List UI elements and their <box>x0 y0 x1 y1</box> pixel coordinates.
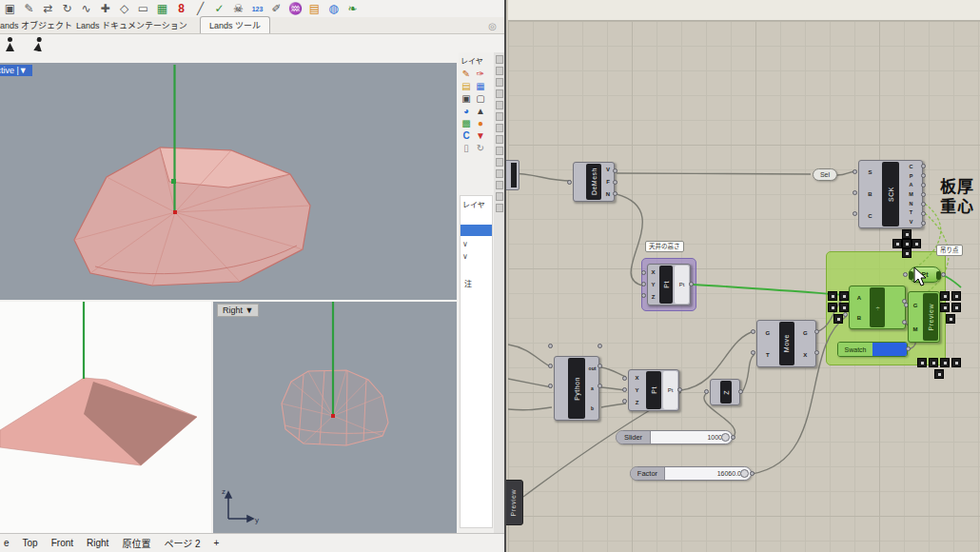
circle-blue-icon[interactable]: ◕ <box>461 106 472 116</box>
unit-input-port[interactable] <box>711 380 719 404</box>
python-node[interactable]: Python outab <box>554 356 599 421</box>
line-tool-icon[interactable]: ╱ <box>193 2 207 15</box>
slider-1-label: Slider <box>617 431 651 444</box>
slider-1-value: 1000 <box>707 434 722 441</box>
perspective-viewport-label[interactable]: Perspective |▼ <box>0 65 32 76</box>
toolbox-icon[interactable]: ▤ <box>307 2 322 15</box>
material-box-icon[interactable]: ▦ <box>155 2 169 15</box>
wave-tool-icon[interactable]: ♒ <box>288 2 303 15</box>
layer-group-chevron[interactable]: ∨ <box>461 236 492 248</box>
mountain-icon[interactable]: ▲ <box>475 106 486 116</box>
move-input-ports[interactable]: GT <box>757 321 778 366</box>
move-tool-icon[interactable]: ⇄ <box>41 2 55 15</box>
check-tool-icon[interactable]: ✓ <box>212 2 226 15</box>
division-input-ports[interactable]: AB <box>850 286 869 328</box>
demesh-node[interactable]: DeMesh VFN <box>573 162 615 202</box>
python-input-ports[interactable] <box>555 357 567 420</box>
sck-input-ports[interactable]: SBC <box>859 161 881 227</box>
ball-orange-icon[interactable]: ● <box>475 118 486 128</box>
gumball-tool-icon[interactable]: ✚ <box>98 2 112 15</box>
select-tool-icon[interactable]: ▣ <box>3 2 17 15</box>
curve-grip-point[interactable] <box>171 179 176 184</box>
cpoint-tag[interactable]: 天井の高さ <box>645 241 684 252</box>
refresh-icon[interactable]: ↻ <box>475 143 486 153</box>
pendant-mesh-shaded[interactable] <box>74 148 310 286</box>
custom-preview-node[interactable]: GM Preview <box>908 291 940 343</box>
viewport-tab-origin[interactable]: 原位置 <box>122 536 150 550</box>
paint-layer-icon[interactable]: ✑ <box>475 69 486 79</box>
slider-2-track[interactable]: 16060.0 <box>665 467 751 480</box>
division-node[interactable]: AB ÷ <box>849 286 906 329</box>
selected-layer-row[interactable] <box>461 225 492 236</box>
viewport-right[interactable]: Right ▼ z y <box>213 302 457 533</box>
control-point-icon[interactable]: ◇ <box>117 2 131 15</box>
viewport-front-shaded[interactable] <box>0 302 211 533</box>
page-icon[interactable]: ▯ <box>461 143 472 153</box>
layer-group-chevron-2[interactable]: ∨ <box>461 248 492 261</box>
python-label: Python <box>574 377 580 401</box>
sel-node[interactable]: Sel <box>813 168 837 181</box>
pt-param-tag[interactable]: 吊り点 <box>936 245 963 256</box>
move-output-ports[interactable]: GX <box>795 321 816 366</box>
grid-green-icon[interactable]: ▩ <box>461 118 472 128</box>
tab-options-icon[interactable]: ◎ <box>488 21 497 33</box>
monitor-light-icon[interactable]: ▢ <box>475 93 486 104</box>
demesh-input-ports[interactable] <box>574 163 585 201</box>
rhino-window: ▣ ✎ ⇄ ↻ ∿ ✚ ◇ ▭ ▦ 8 ╱ ✓ ☠ 123 ✐ ♒ ▤ ◍ ❧ … <box>0 0 504 552</box>
cropped-node[interactable] <box>504 160 519 190</box>
pendant-mesh-wireframe[interactable] <box>282 370 388 445</box>
cpoint2-input-ports[interactable]: XYZ <box>629 370 645 410</box>
person-walking-icon[interactable] <box>32 36 45 51</box>
cpoint2-output-port[interactable]: Pt <box>663 371 677 409</box>
construct-point-node-2[interactable]: XYZ Pt Pt <box>628 369 679 411</box>
filter-icon[interactable]: ▼ <box>475 130 486 141</box>
tab-lands-documentation[interactable]: Lands ドキュメンテーション <box>68 17 196 33</box>
add-viewport-tab-button[interactable]: + <box>214 538 220 548</box>
globe-tool-icon[interactable]: ◍ <box>326 2 341 15</box>
viewport-tab-bar: e Top Front Right 原位置 ページ 2 + <box>0 533 504 552</box>
monitor-dark-icon[interactable]: ▣ <box>461 93 472 104</box>
viewport-tab-front[interactable]: Front <box>51 538 73 548</box>
edit-layer-icon[interactable]: ✎ <box>461 69 472 79</box>
number-slider-1[interactable]: Slider 1000 <box>616 430 733 444</box>
perspective-scene <box>0 63 457 300</box>
draw-tool-icon[interactable]: ✎ <box>22 2 36 15</box>
copy-icon[interactable]: C <box>461 130 472 141</box>
move-node[interactable]: GT Move GX <box>756 320 816 367</box>
viewport-tab-right[interactable]: Right <box>87 538 108 548</box>
plant-tool-icon[interactable]: ❧ <box>345 2 360 15</box>
sck-node[interactable]: SBC SCK CPAMNTV <box>858 160 923 228</box>
preview-node-cropped[interactable]: Preview <box>504 480 523 525</box>
slider-1-knob[interactable] <box>721 433 730 442</box>
right-viewport-label[interactable]: Right ▼ <box>217 304 259 317</box>
viewport-tab-cropped[interactable]: e <box>4 538 10 548</box>
rotate-tool-icon[interactable]: ↻ <box>60 2 74 15</box>
curve-tool-icon[interactable]: ∿ <box>79 2 93 15</box>
sck-output-ports[interactable]: CPAMNTV <box>900 161 922 227</box>
tab-lands-tools[interactable]: Lands ツール <box>200 16 270 33</box>
right-scene: z y <box>213 302 457 533</box>
preview-input-ports[interactable]: GM <box>909 292 922 342</box>
person-standing-icon[interactable] <box>5 37 15 51</box>
panel-tab-strip[interactable] <box>494 52 504 533</box>
folder-icon[interactable]: ▤ <box>461 81 472 91</box>
viewport-tab-page2[interactable]: ページ 2 <box>164 536 200 550</box>
cpoint-output-port[interactable]: Pt <box>675 266 689 304</box>
slider-1-track[interactable]: 1000 <box>651 431 732 444</box>
pendant-solid-shaded[interactable] <box>0 378 197 465</box>
number-slider-2[interactable]: Factor 16060.0 <box>630 466 752 481</box>
panel-icon[interactable]: ▦ <box>475 81 486 91</box>
swatch-color-blue[interactable] <box>872 343 907 356</box>
rectangle-tool-icon[interactable]: ▭ <box>136 2 150 15</box>
slider-2-knob[interactable] <box>740 469 749 478</box>
red-solid-icon[interactable]: 8 <box>174 2 188 15</box>
purge-tool-icon[interactable]: ☠ <box>231 2 245 15</box>
unit-z-node[interactable]: Z <box>710 379 740 405</box>
viewport-tab-top[interactable]: Top <box>23 538 38 548</box>
colour-swatch-node[interactable]: Swatch <box>837 342 908 357</box>
cpoint-input-ports[interactable]: XYZ <box>648 265 658 305</box>
viewport-perspective[interactable]: Perspective |▼ <box>0 63 457 300</box>
annotate-tool-icon[interactable]: ✐ <box>269 2 284 15</box>
construct-point-node[interactable]: XYZ Pt Pt <box>647 264 691 306</box>
dimension-123-icon[interactable]: 123 <box>250 6 265 12</box>
